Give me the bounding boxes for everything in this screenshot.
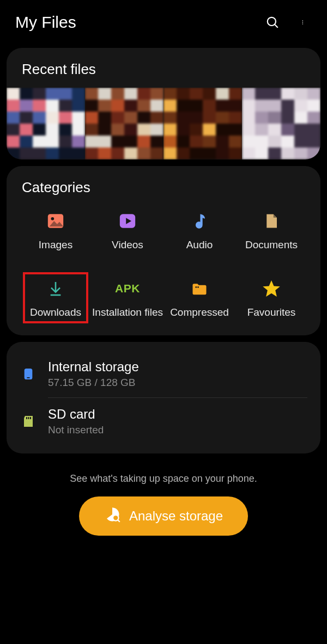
svg-point-2 <box>302 20 303 21</box>
category-label: Videos <box>112 238 143 252</box>
svg-rect-11 <box>197 286 199 288</box>
category-installation-files[interactable]: APK Installation files <box>92 275 164 322</box>
footer-hint: See what's taking up space on your phone… <box>0 473 327 484</box>
analyse-label: Analyse storage <box>129 508 223 524</box>
svg-rect-13 <box>27 377 30 378</box>
recent-files-card: Recent files <box>7 48 320 160</box>
header: My Files <box>0 0 327 41</box>
pie-chart-icon <box>104 506 120 526</box>
category-documents[interactable]: Documents <box>235 208 307 255</box>
category-label: Favourites <box>247 306 296 319</box>
categories-grid: Images Videos Audio Documents Dow <box>20 208 307 322</box>
recent-thumbnail[interactable] <box>85 88 164 160</box>
category-images[interactable]: Images <box>20 208 92 255</box>
storage-sub: 57.15 GB / 128 GB <box>48 377 307 389</box>
download-icon <box>46 279 65 298</box>
storage-sub: Not inserted <box>48 424 307 436</box>
category-label: Images <box>39 238 72 252</box>
categories-title: Categories <box>20 179 307 208</box>
image-icon <box>46 211 65 231</box>
apk-icon: APK <box>118 279 137 298</box>
category-videos[interactable]: Videos <box>92 208 164 255</box>
more-icon[interactable] <box>296 15 312 30</box>
svg-point-3 <box>302 22 303 22</box>
category-compressed[interactable]: Compressed <box>164 275 235 322</box>
phone-icon <box>20 365 37 383</box>
category-downloads[interactable]: Downloads <box>20 275 92 322</box>
recent-files-row[interactable] <box>7 88 320 160</box>
category-label: Audio <box>186 238 213 252</box>
recent-thumbnail[interactable] <box>164 88 242 160</box>
storage-card: Internal storage 57.15 GB / 128 GB SD ca… <box>7 342 320 453</box>
recent-thumbnail[interactable] <box>7 88 85 160</box>
footer: See what's taking up space on your phone… <box>0 460 327 540</box>
categories-card: Categories Images Videos Audio Documents <box>7 166 320 335</box>
storage-name: Internal storage <box>48 359 307 375</box>
star-icon <box>262 279 281 298</box>
recent-thumbnail[interactable] <box>242 88 320 160</box>
storage-name: SD card <box>48 407 307 422</box>
search-icon[interactable] <box>265 15 280 30</box>
recent-files-title: Recent files <box>20 61 307 78</box>
video-icon <box>118 211 137 231</box>
svg-rect-10 <box>196 286 197 288</box>
svg-point-0 <box>268 17 276 26</box>
category-label: Compressed <box>170 306 229 319</box>
audio-icon <box>190 211 209 231</box>
app-title: My Files <box>15 13 265 32</box>
svg-rect-14 <box>26 417 27 419</box>
sd-card-text: SD card Not inserted <box>48 407 307 436</box>
compressed-icon <box>190 279 209 298</box>
category-audio[interactable]: Audio <box>164 208 235 255</box>
analyse-storage-button[interactable]: Analyse storage <box>79 496 248 536</box>
sd-card-row[interactable]: SD card Not inserted <box>20 398 307 445</box>
svg-point-17 <box>113 515 119 521</box>
sd-card-icon <box>20 413 37 430</box>
header-actions <box>265 15 312 30</box>
svg-rect-16 <box>30 417 31 419</box>
category-favourites[interactable]: Favourites <box>235 275 307 322</box>
internal-storage-text: Internal storage 57.15 GB / 128 GB <box>48 359 307 389</box>
svg-rect-15 <box>28 417 29 419</box>
svg-point-4 <box>302 23 303 24</box>
category-label: Installation files <box>92 306 163 319</box>
category-label: Documents <box>245 238 298 252</box>
svg-point-6 <box>51 217 55 220</box>
svg-line-18 <box>118 520 120 522</box>
svg-line-1 <box>275 24 277 27</box>
internal-storage-row[interactable]: Internal storage 57.15 GB / 128 GB <box>20 351 307 397</box>
document-icon <box>262 211 281 231</box>
category-label: Downloads <box>30 306 81 319</box>
